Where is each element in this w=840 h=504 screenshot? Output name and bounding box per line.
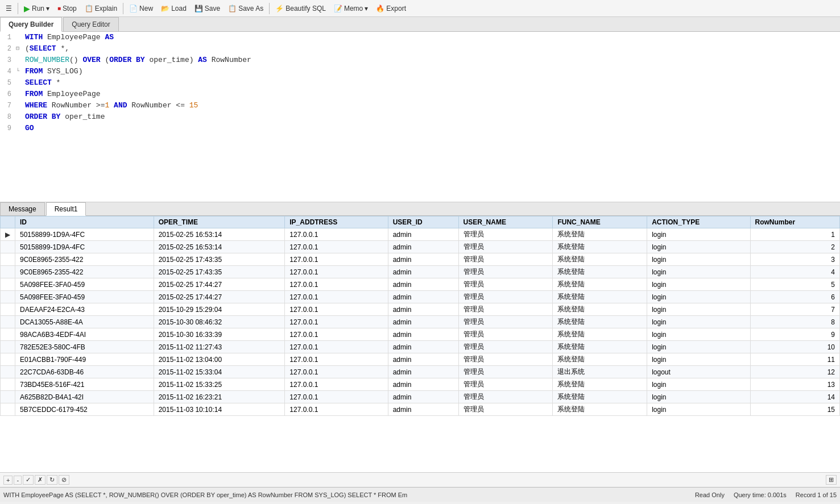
result-tab-bar: Message Result1 xyxy=(0,202,840,216)
table-cell: 系统登陆 xyxy=(553,341,647,353)
editor-line-5: 5SELECT * xyxy=(0,77,840,89)
table-row[interactable]: 9C0E8965-2355-4222015-02-25 17:43:35127.… xyxy=(1,253,840,266)
table-cell: 系统登陆 xyxy=(553,391,647,403)
table-cell: 12 xyxy=(750,366,839,378)
remove-row-button[interactable]: - xyxy=(14,476,22,485)
code-text: ROW_NUMBER() OVER (ORDER BY oper_time) A… xyxy=(24,55,251,66)
table-cell: 系统登陆 xyxy=(553,303,647,316)
new-icon: 📄 xyxy=(129,5,138,13)
explain-button[interactable]: 📋 Explain xyxy=(81,3,121,14)
save-label: Save xyxy=(205,5,220,13)
table-cell: 管理员 xyxy=(458,316,553,328)
editor-line-9: 9GO xyxy=(0,123,840,134)
table-cell: 2015-02-25 17:44:27 xyxy=(154,291,285,303)
code-text: ORDER BY oper_time xyxy=(24,111,105,123)
table-cell: 50158899-1D9A-4FC xyxy=(15,241,154,253)
table-row[interactable]: 98ACA6B3-4EDF-4AI2015-10-30 16:33:39127.… xyxy=(1,328,840,341)
row-indicator xyxy=(1,378,15,391)
table-row[interactable]: 22C7CDA6-63DB-462015-11-02 15:33:04127.0… xyxy=(1,366,840,378)
refresh-button[interactable]: ↻ xyxy=(47,475,57,485)
status-sql: WITH EmployeePage AS (SELECT *, ROW_NUMB… xyxy=(3,491,686,498)
table-row[interactable]: 50158899-1D9A-4FC2015-02-25 16:53:14127.… xyxy=(1,241,840,253)
save-button[interactable]: 💾 Save xyxy=(191,3,224,14)
separator-3 xyxy=(269,3,270,14)
confirm-button[interactable]: ✓ xyxy=(23,475,34,485)
table-cell: 127.0.0.1 xyxy=(285,366,388,378)
line-number: 5 xyxy=(0,77,16,89)
table-cell: 系统登陆 xyxy=(553,316,647,328)
tab-message[interactable]: Message xyxy=(0,202,45,215)
table-cell: 127.0.0.1 xyxy=(285,391,388,403)
table-row[interactable]: 5A098FEE-3FA0-4592015-02-25 17:44:27127.… xyxy=(1,291,840,303)
editor-tab-bar: Query Builder Query Editor xyxy=(0,17,840,32)
table-cell: admin xyxy=(388,266,458,278)
table-row[interactable]: A625B82D-B4A1-42I2015-11-02 16:23:21127.… xyxy=(1,391,840,403)
export-label: Export xyxy=(386,5,406,13)
col-header[interactable]: RowNumber xyxy=(750,216,839,228)
table-cell: 22C7CDA6-63DB-46 xyxy=(15,366,154,378)
table-cell: 15 xyxy=(750,403,839,416)
col-header[interactable]: USER_NAME xyxy=(458,216,553,228)
table-cell: 8 xyxy=(750,316,839,328)
table-row[interactable]: 782E52E3-580C-4FB2015-11-02 11:27:43127.… xyxy=(1,341,840,353)
table-cell: E01ACBB1-790F-449 xyxy=(15,353,154,366)
table-row[interactable]: 9C0E8965-2355-4222015-02-25 17:43:35127.… xyxy=(1,266,840,278)
explain-label: Explain xyxy=(95,5,117,13)
beautify-button[interactable]: ⚡ Beautify SQL xyxy=(272,3,329,14)
tab-query-editor[interactable]: Query Editor xyxy=(63,17,118,31)
save-as-button[interactable]: 📋 Save As xyxy=(225,3,267,14)
fold-icon[interactable]: ⊟ xyxy=(16,43,24,55)
table-cell: login xyxy=(647,316,750,328)
add-row-button[interactable]: + xyxy=(3,476,13,485)
load-button[interactable]: 📂 Load xyxy=(158,3,190,14)
table-cell: 系统登陆 xyxy=(553,278,647,291)
table-cell: 2015-11-03 10:10:14 xyxy=(154,403,285,416)
grid-settings-button[interactable]: ⊞ xyxy=(826,475,837,485)
table-cell: 9C0E8965-2355-422 xyxy=(15,253,154,266)
table-cell: 2015-10-30 08:46:32 xyxy=(154,316,285,328)
editor-line-1: 1WITH EmployeePage AS xyxy=(0,32,840,43)
memo-button[interactable]: 📝 Memo ▾ xyxy=(330,3,371,14)
row-indicator xyxy=(1,253,15,266)
run-button[interactable]: ▶ Run ▾ xyxy=(20,3,53,14)
fold-icon[interactable]: └ xyxy=(16,66,24,77)
beautify-label: Beautify SQL xyxy=(285,5,326,13)
table-cell: 11 xyxy=(750,353,839,366)
col-header[interactable]: ACTION_TYPE xyxy=(647,216,750,228)
code-text: FROM EmployeePage xyxy=(24,89,101,100)
col-header[interactable]: ID xyxy=(15,216,154,228)
col-header[interactable]: USER_ID xyxy=(388,216,458,228)
table-row[interactable]: 73BD45E8-516F-4212015-11-02 15:33:25127.… xyxy=(1,378,840,391)
table-row[interactable]: DCA13055-A88E-4A2015-10-30 08:46:32127.0… xyxy=(1,316,840,328)
code-text: WITH EmployeePage AS xyxy=(24,32,114,43)
table-row[interactable]: 5B7CEDDC-6179-4522015-11-03 10:10:14127.… xyxy=(1,403,840,416)
result-area: Message Result1 IDOPER_TIMEIP_ADDTRESSUS… xyxy=(0,202,840,487)
tab-result1[interactable]: Result1 xyxy=(46,202,86,216)
table-cell: admin xyxy=(388,328,458,341)
table-cell: DAEAAF24-E2CA-43 xyxy=(15,303,154,316)
table-cell: 127.0.0.1 xyxy=(285,266,388,278)
stop-button[interactable]: ■ Stop xyxy=(54,3,80,14)
table-cell: login xyxy=(647,253,750,266)
export-button[interactable]: 🔥 Export xyxy=(373,3,409,14)
col-header[interactable]: IP_ADDTRESS xyxy=(285,216,388,228)
col-header[interactable]: OPER_TIME xyxy=(154,216,285,228)
table-row[interactable]: DAEAAF24-E2CA-432015-10-29 15:29:04127.0… xyxy=(1,303,840,316)
table-row[interactable]: 5A098FEE-3FA0-4592015-02-25 17:44:27127.… xyxy=(1,278,840,291)
cancel-button[interactable]: ✗ xyxy=(35,475,45,485)
save-as-icon: 📋 xyxy=(228,5,237,13)
memo-dropdown-icon: ▾ xyxy=(365,5,368,13)
stop-edit-button[interactable]: ⊘ xyxy=(59,475,69,485)
tab-query-builder[interactable]: Query Builder xyxy=(0,17,62,32)
sql-editor[interactable]: 1WITH EmployeePage AS2⊟(SELECT *,3ROW_NU… xyxy=(0,32,840,202)
col-header[interactable]: FUNC_NAME xyxy=(553,216,647,228)
run-dropdown-icon: ▾ xyxy=(46,5,49,13)
table-cell: 7 xyxy=(750,303,839,316)
stop-icon: ■ xyxy=(57,5,61,11)
new-button[interactable]: 📄 New xyxy=(126,3,156,14)
table-cell: login xyxy=(647,378,750,391)
data-grid[interactable]: IDOPER_TIMEIP_ADDTRESSUSER_IDUSER_NAMEFU… xyxy=(0,216,840,472)
table-row[interactable]: E01ACBB1-790F-4492015-11-02 13:04:00127.… xyxy=(1,353,840,366)
hamburger-menu[interactable]: ☰ xyxy=(2,3,15,14)
table-row[interactable]: ▶50158899-1D9A-4FC2015-02-25 16:53:14127… xyxy=(1,228,840,241)
